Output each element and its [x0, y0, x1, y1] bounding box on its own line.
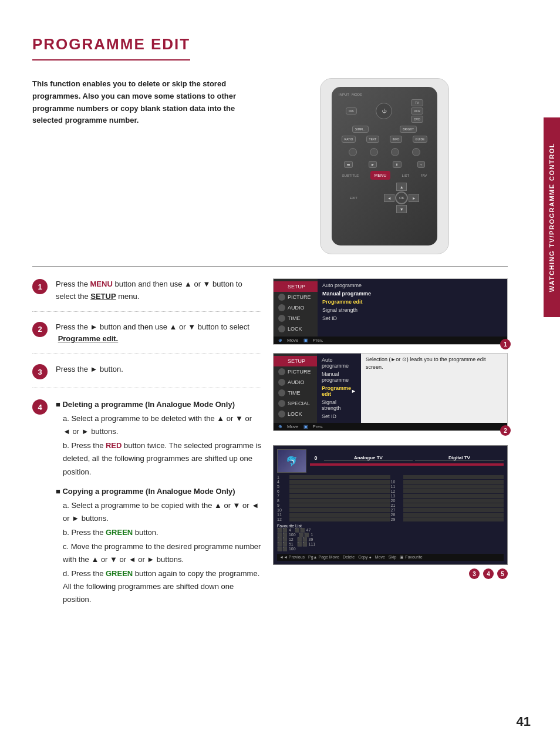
guide-button: GUIDE — [413, 136, 428, 143]
fav-row-2: ⬛⬛ 100 ⬛⬛ 1 — [277, 533, 315, 537]
menu-bottom-bar-1: ⊕ Move ▣ Prev. — [274, 337, 507, 344]
move-label: ⊕ — [278, 338, 282, 343]
prog-col-headers: 0 Analogue TV Digital TV — [310, 455, 504, 461]
color-btn-3 — [391, 148, 399, 156]
da-button: D/A — [346, 107, 356, 115]
panel-2-circle-label: 2 — [500, 425, 511, 436]
subtitle-row: SUBTITLE MENU LIST FAV — [336, 171, 433, 180]
side-tab: WATCHING TV/PROGRAMME CONTROL — [544, 117, 560, 317]
circle-3: 3 — [469, 568, 480, 579]
setup-item: SETUP — [274, 281, 318, 292]
time-label: TIME — [288, 315, 301, 321]
row-6-d — [403, 489, 504, 493]
step-4-content: Deleting a programme (In Analogue Mode O… — [56, 398, 261, 607]
color-btn-4 — [412, 148, 420, 156]
prog-edit-text: Programme edit — [322, 385, 351, 397]
time-icon-2 — [278, 389, 285, 396]
color-buttons-row — [336, 147, 433, 157]
prog-num-header: 0 — [310, 455, 322, 461]
pause-button: ⏸ — [393, 161, 402, 168]
main-content: PROGRAMME EDIT This function enables you… — [0, 0, 540, 660]
picture-label: PICTURE — [288, 294, 311, 300]
fav-label: FAV — [420, 174, 427, 177]
top-section: This function enables you to delete or s… — [32, 78, 508, 254]
delete-item-a: a. Select a programme to be deleted with… — [63, 412, 261, 438]
top-buttons-row: D/A ⏻ TV VCR DVD — [336, 99, 433, 123]
row-1-num: 1 — [277, 475, 289, 479]
tv-button: TV — [411, 99, 423, 106]
row-4-dnum: 10 — [391, 480, 403, 484]
info-button: INFO — [390, 136, 403, 143]
color-btn-2 — [370, 148, 378, 156]
row-4-d — [403, 480, 504, 484]
row-5-dnum: 11 — [391, 484, 403, 489]
auto-prog-2: Auto programme — [322, 356, 356, 370]
fav-header: Favourite List — [277, 524, 315, 528]
nav-down: ▼ — [396, 205, 407, 213]
row-5-num: 5 — [277, 484, 289, 489]
footer-fav: ▣ Favourite — [400, 555, 422, 560]
input-label: INPUT — [339, 93, 349, 96]
prev-label-2: ▣ — [303, 424, 308, 429]
fav-row-4: ⬛⬛ 51 ⬛⬛ 111 — [277, 542, 315, 547]
menu-bottom-bar-2: ⊕ Move ▣ Prev. — [274, 423, 507, 430]
setup-label: SETUP — [288, 284, 305, 290]
row-1-d — [403, 475, 504, 479]
copy-item-b: b. Press the GREEN button. — [63, 526, 261, 539]
lock-label-2: LOCK — [288, 411, 302, 417]
fav-row-5: ⬛⬛ 100 — [277, 547, 315, 551]
audio-item-2: AUDIO — [274, 377, 317, 388]
audio-label: AUDIO — [288, 305, 305, 311]
red-keyword: RED — [106, 441, 122, 450]
lock-icon-2 — [278, 410, 285, 418]
footer-delete: Delete — [343, 555, 355, 560]
audio-label-2: AUDIO — [288, 379, 305, 385]
selection-annotation: Selection (►or ⊙) leads you to the progr… — [366, 356, 502, 371]
setup-label-2: SETUP — [288, 358, 305, 364]
picture-item: PICTURE — [274, 292, 318, 302]
nav-ok: OK — [395, 191, 408, 204]
row-7-dnum: 13 — [391, 494, 403, 498]
row-4-a — [289, 480, 390, 484]
ratio-button: RATIO — [342, 136, 356, 143]
row-8-d — [403, 499, 504, 503]
time-item-2: TIME — [274, 388, 317, 398]
menu-panel-2: SETUP PICTURE AUDIO — [273, 353, 508, 431]
power-button[interactable]: ⏻ — [376, 103, 392, 119]
delete-item-b: b. Press the RED button twice. The selec… — [63, 439, 261, 478]
panel-3-wrap: 🐬 0 Analogue TV Digital TV — [273, 445, 508, 579]
step-1-number: 1 — [32, 279, 48, 294]
manual-prog-2: Manual programme — [322, 370, 356, 384]
row-7-num: 7 — [277, 494, 289, 498]
text-button: TEXT — [366, 136, 380, 143]
color-btn-1 — [349, 148, 357, 156]
footer-copy: Copy ● — [358, 555, 372, 560]
remote-body: INPUT MODE D/A ⏻ TV VCR DVD — [332, 87, 437, 245]
row-9-d — [403, 503, 504, 507]
picture-icon — [278, 294, 285, 301]
prog-rows: 1 4 10 5 11 6 12 7 13 8 20 9 21 — [277, 475, 504, 521]
audio-icon-2 — [278, 379, 285, 386]
menu-left-col-1: SETUP PICTURE AUDIO — [274, 279, 318, 337]
selected-bar — [310, 463, 504, 466]
page-title: PROGRAMME EDIT — [32, 35, 190, 60]
row-11-a — [289, 513, 390, 517]
row-10-num: 10 — [277, 508, 289, 512]
set-id-item: Set ID — [322, 314, 502, 322]
setup-icon-2 — [278, 358, 285, 365]
thumb-image: 🐬 — [286, 456, 298, 467]
prog-edit-item: Programme edit — [322, 298, 502, 306]
setup-item-2: SETUP — [274, 356, 317, 366]
arrow-right-icon: ► — [351, 388, 356, 394]
menu-left-col-2: SETUP PICTURE AUDIO — [274, 354, 317, 423]
move-label-2: ⊕ — [278, 424, 282, 429]
row-1-dnum — [391, 475, 403, 479]
fav-row-1: ⬛⬛ 4 ⬛⬛ 47 — [277, 528, 315, 533]
row-9-dnum: 21 — [391, 503, 403, 507]
panel-2-wrap: SETUP PICTURE AUDIO — [273, 353, 508, 431]
special-icon-2 — [278, 400, 285, 407]
row-11-num: 11 — [277, 513, 289, 517]
fav-col-1: Favourite List ⬛⬛ 4 ⬛⬛ 47 ⬛⬛ 100 ⬛⬛ 1 ⬛⬛… — [277, 524, 315, 551]
play-button: ▶ — [369, 161, 377, 168]
vcr-button: VCR — [411, 107, 423, 115]
